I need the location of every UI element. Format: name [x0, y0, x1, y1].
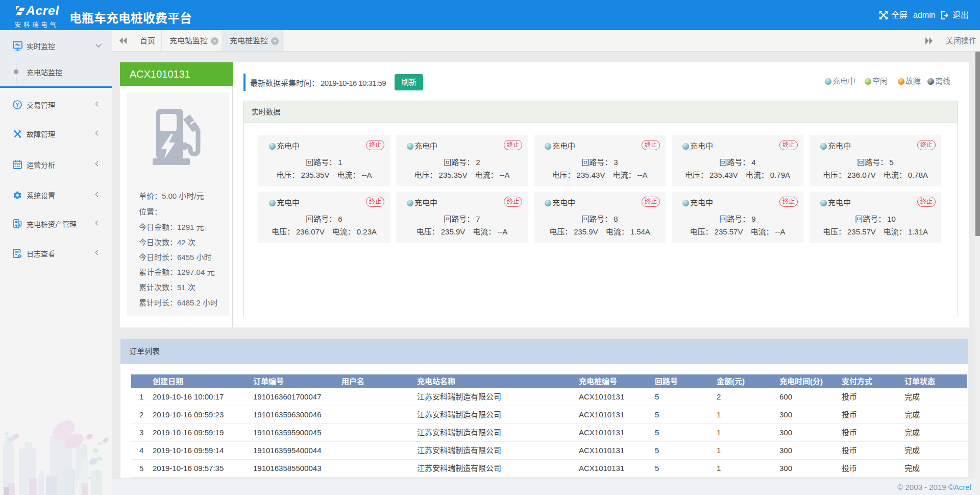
svg-text:¥: ¥ [16, 102, 19, 108]
